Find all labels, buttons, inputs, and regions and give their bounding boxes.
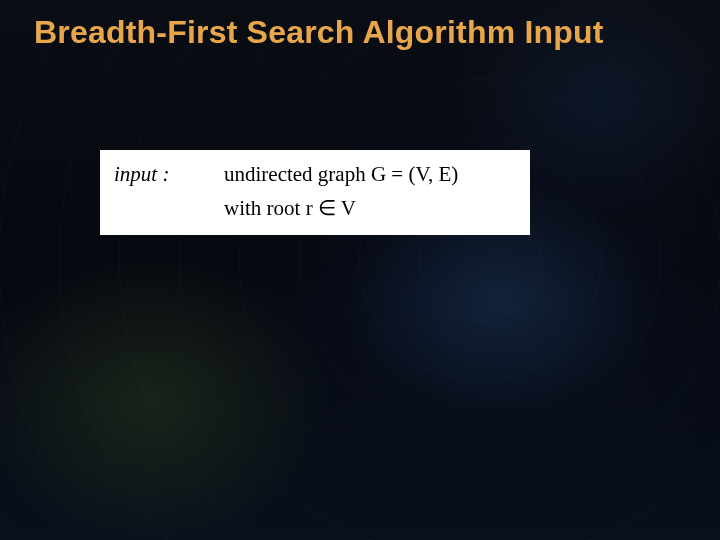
input-row-2: with root r ∈ V [114, 192, 516, 226]
slide: Breadth-First Search Algorithm Input inp… [0, 0, 720, 540]
slide-title: Breadth-First Search Algorithm Input [34, 14, 690, 51]
input-description-line1: undirected graph G = (V, E) [224, 158, 516, 192]
algorithm-input-box: input : undirected graph G = (V, E) with… [100, 150, 530, 235]
input-row-1: input : undirected graph G = (V, E) [114, 158, 516, 192]
input-label: input : [114, 158, 224, 192]
input-description-line2: with root r ∈ V [224, 192, 516, 226]
